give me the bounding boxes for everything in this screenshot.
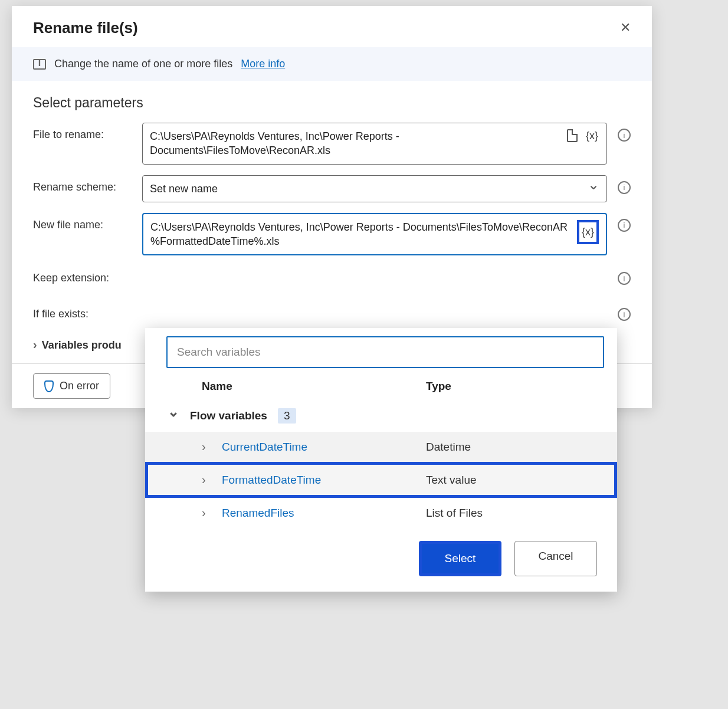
variable-type: Datetime xyxy=(426,441,471,454)
cancel-button[interactable]: Cancel xyxy=(514,541,597,576)
dialog-body: Select parameters File to rename: C:\Use… xyxy=(12,81,652,363)
group-flow-variables[interactable]: Flow variables 3 xyxy=(145,400,617,432)
label-if-file-exists: If file exists: xyxy=(33,302,136,320)
chevron-right-icon xyxy=(202,506,222,520)
header-type: Type xyxy=(426,380,617,393)
row-rename-scheme: Rename scheme: Set new name i xyxy=(33,175,631,202)
dialog-header: Rename file(s) ✕ xyxy=(12,6,652,40)
search-variables-input[interactable]: Search variables xyxy=(166,336,604,368)
shield-icon xyxy=(44,380,54,392)
section-title: Select parameters xyxy=(33,95,631,111)
picker-footer: Select Cancel xyxy=(145,528,617,583)
picker-column-headers: Name Type xyxy=(145,375,617,400)
variable-type: Text value xyxy=(426,474,477,487)
select-button[interactable]: Select xyxy=(419,541,501,576)
input-file-to-rename[interactable]: C:\Users\PA\Reynolds Ventures, Inc\Power… xyxy=(142,123,607,165)
info-text: Change the name of one or more files xyxy=(54,58,232,70)
close-icon[interactable]: ✕ xyxy=(615,18,635,38)
group-count-badge: 3 xyxy=(278,408,296,424)
file-picker-icon[interactable] xyxy=(567,129,578,142)
variable-row-formatteddatetime[interactable]: FormattedDateTime Text value xyxy=(145,462,617,498)
chevron-right-icon xyxy=(202,440,222,454)
group-label: Flow variables xyxy=(190,409,267,422)
label-rename-scheme: Rename scheme: xyxy=(33,175,136,193)
value-new-file-name: C:\Users\PA\Reynolds Ventures, Inc\Power… xyxy=(150,220,572,249)
info-bar: Change the name of one or more files Mor… xyxy=(12,47,652,81)
on-error-button[interactable]: On error xyxy=(33,373,110,399)
label-file-to-rename: File to rename: xyxy=(33,123,136,141)
variable-name: RenamedFiles xyxy=(222,507,426,520)
variable-picker-icon[interactable]: {x} xyxy=(577,220,599,244)
label-new-file-name: New file name: xyxy=(33,213,136,231)
variable-name: FormattedDateTime xyxy=(222,474,426,487)
info-icon[interactable]: i xyxy=(618,308,631,321)
info-icon[interactable]: i xyxy=(618,181,631,194)
value-file-to-rename: C:\Users\PA\Reynolds Ventures, Inc\Power… xyxy=(150,129,562,158)
variable-picker-popup: Search variables Name Type Flow variable… xyxy=(145,328,617,592)
label-keep-extension: Keep extension: xyxy=(33,266,136,284)
row-file-to-rename: File to rename: C:\Users\PA\Reynolds Ven… xyxy=(33,123,631,165)
row-new-file-name: New file name: C:\Users\PA\Reynolds Vent… xyxy=(33,213,631,256)
on-error-label: On error xyxy=(60,380,99,392)
info-icon[interactable]: i xyxy=(618,272,631,285)
info-icon[interactable]: i xyxy=(618,129,631,142)
row-keep-extension: Keep extension: i xyxy=(33,266,631,291)
variable-row-currentdatetime[interactable]: CurrentDateTime Datetime xyxy=(145,432,617,462)
variable-type: List of Files xyxy=(426,507,483,520)
more-info-link[interactable]: More info xyxy=(241,58,285,70)
chevron-down-icon xyxy=(168,411,179,421)
header-name: Name xyxy=(202,380,426,393)
variable-row-renamedfiles[interactable]: RenamedFiles List of Files xyxy=(145,498,617,528)
rename-icon xyxy=(33,59,46,70)
chevron-down-icon xyxy=(588,183,599,194)
value-rename-scheme: Set new name xyxy=(150,182,583,196)
chevron-right-icon xyxy=(202,473,222,487)
select-rename-scheme[interactable]: Set new name xyxy=(142,175,607,202)
row-if-file-exists: If file exists: i xyxy=(33,302,631,327)
info-icon[interactable]: i xyxy=(618,219,631,232)
variable-name: CurrentDateTime xyxy=(222,441,426,454)
input-new-file-name[interactable]: C:\Users\PA\Reynolds Ventures, Inc\Power… xyxy=(142,213,607,256)
dialog-title: Rename file(s) xyxy=(33,19,138,37)
variable-picker-icon[interactable]: {x} xyxy=(585,130,599,142)
